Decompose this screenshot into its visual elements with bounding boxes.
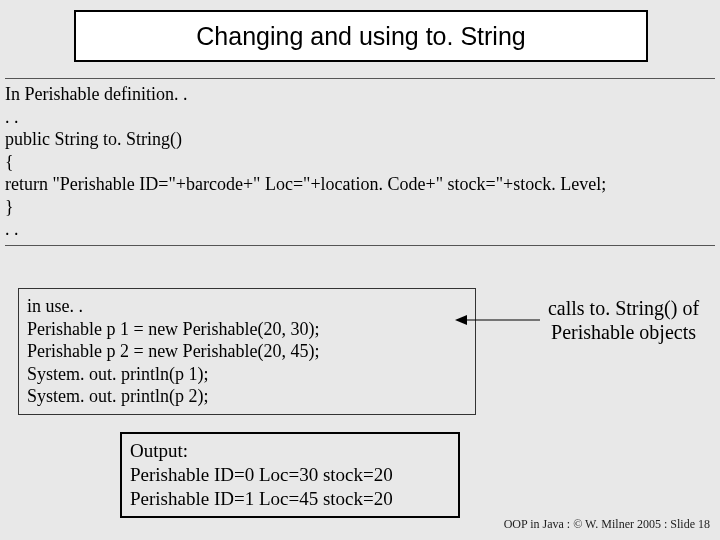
output-block: Output: Perishable ID=0 Loc=30 stock=20 … <box>120 432 460 518</box>
code-line: System. out. println(p 1); <box>27 363 467 386</box>
code-line: Perishable p 2 = new Perishable(20, 45); <box>27 340 467 363</box>
code-line: In Perishable definition. . <box>5 83 715 106</box>
code-line: } <box>5 196 715 219</box>
slide-title: Changing and using to. String <box>196 22 525 51</box>
output-line: Perishable ID=1 Loc=45 stock=20 <box>130 487 450 511</box>
code-line: Perishable p 1 = new Perishable(20, 30); <box>27 318 467 341</box>
slide-footer: OOP in Java : © W. Milner 2005 : Slide 1… <box>504 517 710 532</box>
slide-title-box: Changing and using to. String <box>74 10 648 62</box>
code-line: . . <box>5 218 715 241</box>
output-line: Output: <box>130 439 450 463</box>
code-line: { <box>5 151 715 174</box>
callout-line: Perishable objects <box>536 320 711 344</box>
definition-code-block: In Perishable definition. . . . public S… <box>5 78 715 246</box>
output-line: Perishable ID=0 Loc=30 stock=20 <box>130 463 450 487</box>
callout-line: calls to. String() of <box>536 296 711 320</box>
callout-label: calls to. String() of Perishable objects <box>536 296 711 344</box>
code-line: return "Perishable ID="+barcode+" Loc="+… <box>5 173 715 196</box>
inuse-code-block: in use. . Perishable p 1 = new Perishabl… <box>18 288 476 415</box>
code-line: in use. . <box>27 295 467 318</box>
arrow-icon <box>455 310 540 330</box>
code-line: . . <box>5 106 715 129</box>
svg-marker-1 <box>455 315 467 325</box>
code-line: public String to. String() <box>5 128 715 151</box>
code-line: System. out. println(p 2); <box>27 385 467 408</box>
